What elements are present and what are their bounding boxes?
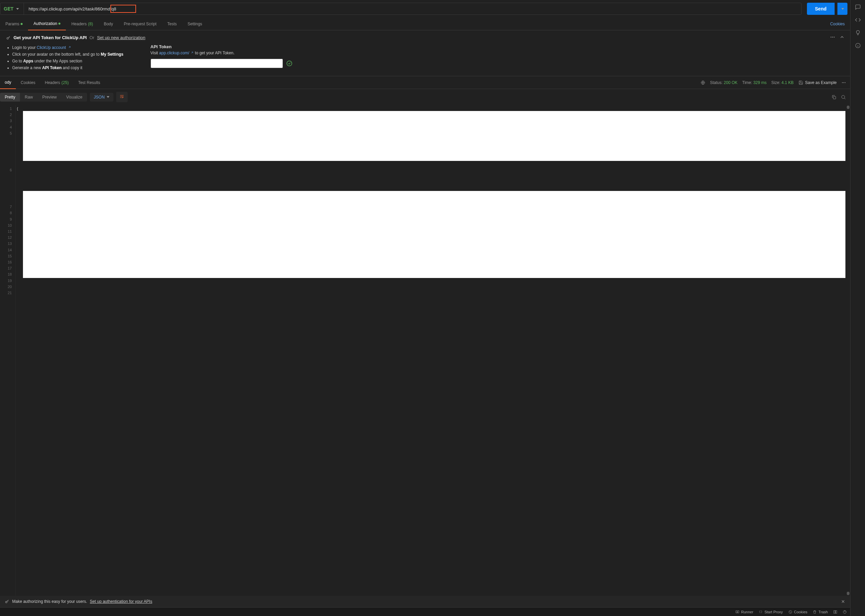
tab-label: Authorization [33,21,57,26]
view-tab-visualize[interactable]: Visualize [61,93,87,102]
chevron-down-icon [16,8,19,10]
line-number: 20 [0,284,12,290]
line-number: 6 [0,167,12,173]
app-clickup-link[interactable]: app.clickup.com/ [159,50,194,55]
svg-point-7 [843,82,844,83]
label: Cookies [794,610,808,614]
auth-step: Generate a new API Token and copy it [12,64,124,71]
globe-lock-icon[interactable] [701,80,705,85]
label: Trash [818,610,828,614]
tab-settings[interactable]: Settings [182,17,208,30]
line-number: 8 [0,210,12,216]
line-number: 17 [0,265,12,271]
tab-label: Headers [45,80,60,85]
response-tab-cookies[interactable]: Cookies [16,76,40,89]
copy-icon[interactable] [831,94,837,100]
line-gutter: 1 2 3 4 5 6 7 8 9 10 11 12 13 14 15 16 1… [0,105,16,596]
text: Go to [12,59,23,63]
bold: My Settings [101,52,123,57]
line-number: 3 [0,118,12,124]
auth-step: Login to your ClickUp account [12,44,124,51]
response-tabs: ody Cookies Headers (25) Test Results St… [0,76,850,89]
code-icon[interactable] [855,17,861,23]
method-label: GET [4,6,14,11]
send-dropdown-button[interactable] [837,3,848,15]
view-controls: Pretty Raw Preview Visualize JSON [0,89,850,105]
more-icon[interactable] [841,80,846,85]
response-body: 1 2 3 4 5 6 7 8 9 10 11 12 13 14 15 16 1… [0,105,850,596]
line-number: 7 [0,204,12,210]
tab-params[interactable]: Params [0,17,28,30]
tab-tests[interactable]: Tests [162,17,182,30]
info-icon[interactable] [855,42,861,49]
redacted-block [23,111,845,161]
cookies-link[interactable]: Cookies [830,22,850,26]
svg-point-4 [287,61,292,66]
api-token-input[interactable] [151,59,283,68]
line-number: 15 [0,253,12,259]
tab-prerequest[interactable]: Pre-request Script [118,17,162,30]
external-link-icon [191,51,194,54]
view-tab-pretty[interactable]: Pretty [0,93,20,102]
cookies-button[interactable]: Cookies [788,610,808,614]
auth-token-panel: API Token Visit app.clickup.com/ to get … [151,44,292,71]
clickup-account-link[interactable]: ClickUp account [37,45,71,50]
response-tab-body[interactable]: ody [0,76,16,89]
svg-point-10 [842,95,845,98]
scrollbar-thumb[interactable] [847,592,849,595]
auth-step: Click on your avatar on the bottom left,… [12,51,124,58]
line-number: 21 [0,290,12,296]
send-button[interactable]: Send [807,3,835,15]
response-tab-headers[interactable]: Headers (25) [40,76,74,89]
lightbulb-icon[interactable] [855,30,861,36]
auth-or: Or [90,35,94,40]
text: Generate a new [12,66,42,70]
tab-authorization[interactable]: Authorization [28,17,66,30]
comment-icon[interactable] [855,4,861,10]
view-tab-preview[interactable]: Preview [38,93,61,102]
status-label: Status: [710,80,723,85]
cookie-icon [788,610,793,614]
scrollbar-thumb[interactable] [847,105,849,109]
trash-button[interactable]: Trash [813,610,828,614]
response-tab-tests[interactable]: Test Results [73,76,105,89]
banner-text: Make authorizing this easy for your user… [12,599,87,604]
text: to get your API Token. [194,50,235,55]
runner-button[interactable]: Runner [735,610,753,614]
search-icon[interactable] [841,94,846,100]
line-number: 13 [0,240,12,247]
help-icon[interactable] [843,610,847,614]
line-number: 5 [0,130,12,136]
close-icon[interactable] [841,599,845,604]
more-icon[interactable] [830,35,835,40]
panels-icon[interactable] [833,610,837,614]
label: Start Proxy [764,610,783,614]
tab-headers[interactable]: Headers (8) [66,17,98,30]
line-number: 14 [0,247,12,253]
start-proxy-button[interactable]: Start Proxy [759,610,783,614]
method-select[interactable]: GET [0,3,24,14]
status-dot-icon [20,23,23,25]
line-number: 16 [0,259,12,265]
save-example-button[interactable]: Save as Example [799,80,837,85]
redacted-block [23,191,845,278]
tab-count: (25) [61,80,69,85]
code-body[interactable]: { [16,105,850,596]
text: under the My Apps section [33,59,82,63]
banner-link[interactable]: Set up authentication for your APIs [90,599,152,604]
format-select[interactable]: JSON [90,93,113,102]
time-value: 329 ms [753,80,766,85]
url-input[interactable] [24,3,801,14]
tab-count: (8) [88,22,93,26]
view-tab-raw[interactable]: Raw [20,93,38,102]
tab-body[interactable]: Body [98,17,118,30]
line-number: 11 [0,228,12,234]
right-sidebar [850,0,865,616]
chevron-up-icon[interactable] [839,35,845,40]
wrap-lines-button[interactable] [116,92,128,102]
status-bar: Runner Start Proxy Cookies Trash [0,607,850,616]
auth-setup-link[interactable]: Set up new authorization [97,35,145,40]
chevron-down-icon [841,8,844,10]
text: Visit [151,50,159,55]
size-value: 4.1 KB [781,80,794,85]
